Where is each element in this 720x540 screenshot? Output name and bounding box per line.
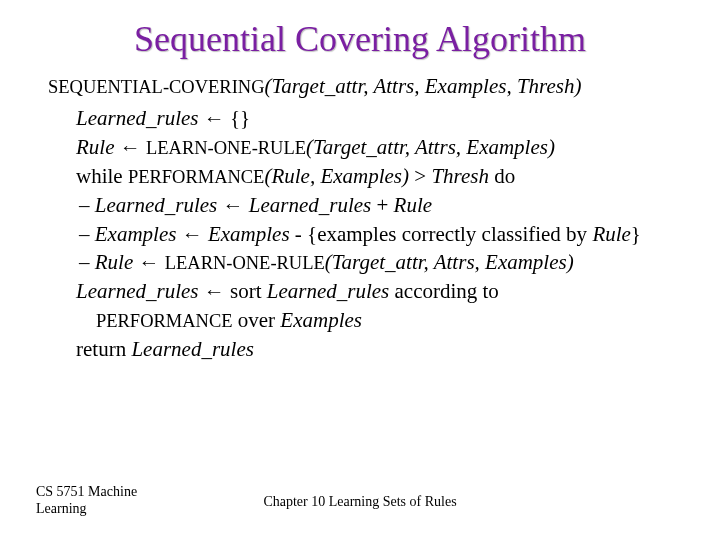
text: } [631,222,641,246]
fn-args: (Target_attr, Attrs, Examples) [325,250,574,274]
var-rule: Rule [394,193,432,217]
slide: Sequential Covering Algorithm SEQUENTIAL… [0,0,720,540]
line-return: return Learned_rules [76,336,672,363]
text: over [233,308,281,332]
var-examples: Examples [95,222,177,246]
line-relearn-rule: Rule ← LEARN-ONE-RULE(Target_attr, Attrs… [76,249,672,276]
var-learned-rules: Learned_rules [76,279,199,303]
text: ← [114,135,146,159]
line-init-rule: Rule ← LEARN-ONE-RULE(Target_attr, Attrs… [76,134,672,161]
text: ← [133,250,165,274]
line-while: while PERFORMANCE(Rule, Examples) > Thre… [76,163,672,190]
fn-performance: PERFORMANCE [128,167,265,187]
var-learned-rules: Learned_rules [267,279,390,303]
fn-learn-one-rule: LEARN-ONE-RULE [146,138,306,158]
text: according to [389,279,499,303]
fn-learn-one-rule: LEARN-ONE-RULE [165,253,325,273]
footer-center: Chapter 10 Learning Sets of Rules [0,494,720,510]
var-learned-rules: Learned_rules [131,337,254,361]
fn-name: SEQUENTIAL-COVERING [48,77,264,97]
text: - {examples correctly classified by [290,222,593,246]
text: + [371,193,393,217]
fn-args: (Target_attr, Attrs, Examples) [306,135,555,159]
var-rule: Rule [76,135,114,159]
kw-while: while [76,164,128,188]
line-init-learned: Learned_rules ← {} [76,105,672,132]
text: ← sort [199,279,267,303]
algorithm-body: Learned_rules ← {} Rule ← LEARN-ONE-RULE… [48,105,672,363]
line-update-examples: Examples ← Examples - {examples correctl… [76,221,672,248]
var-learned-rules: Learned_rules [95,193,218,217]
var-learned-rules: Learned_rules [76,106,199,130]
line-update-learned: Learned_rules ← Learned_rules + Rule [76,192,672,219]
fn-args: (Target_attr, Attrs, Examples, Thresh) [264,74,581,98]
text: ← {} [199,106,251,130]
fn-performance: PERFORMANCE [96,311,233,331]
kw-do: do [489,164,515,188]
fn-args: (Rule, Examples) [264,164,409,188]
line-sort-sub: PERFORMANCE over Examples [76,307,672,334]
var-examples: Examples [208,222,290,246]
text: ← [217,193,249,217]
var-rule: Rule [95,250,133,274]
var-learned-rules: Learned_rules [249,193,372,217]
var-rule: Rule [592,222,630,246]
var-examples: Examples [280,308,362,332]
var-thresh: Thresh [431,164,489,188]
slide-title: Sequential Covering Algorithm [48,18,672,60]
text: ← [176,222,208,246]
text: > [409,164,431,188]
function-signature: SEQUENTIAL-COVERING(Target_attr, Attrs, … [48,74,672,99]
kw-return: return [76,337,131,361]
line-sort: Learned_rules ← sort Learned_rules accor… [76,278,672,305]
